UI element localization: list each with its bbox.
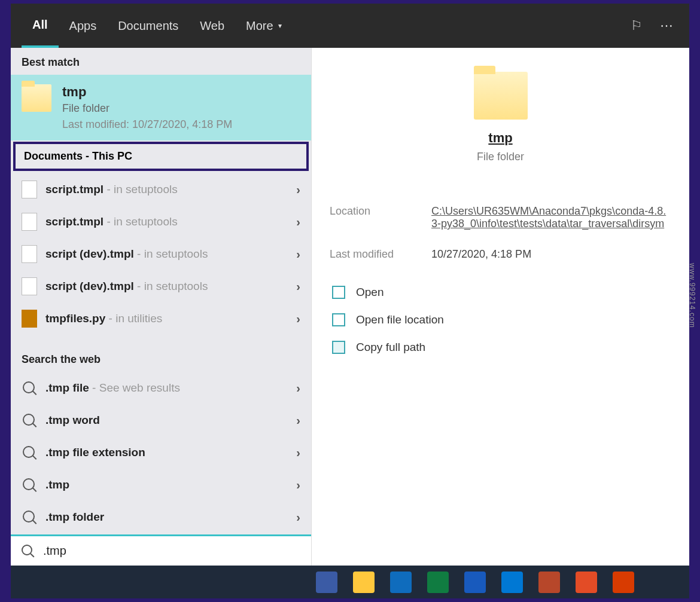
result-text: script.tmpl - in setuptools [45,215,288,228]
taskbar-app-icon[interactable] [390,572,412,593]
chevron-right-icon: › [296,247,300,261]
result-text: script (dev).tmpl - in setuptools [45,280,288,293]
taskbar-app-icon[interactable] [501,572,523,593]
result-text: script.tmpl - in setuptools [45,183,288,196]
search-web-header: Search the web [11,345,311,372]
best-match-modified: Last modified: 10/27/2020, 4:18 PM [62,118,232,131]
tab-apps[interactable]: Apps [59,4,108,48]
chevron-down-icon: ▾ [278,22,282,30]
web-result[interactable]: .tmp› [11,469,311,501]
search-window: All Apps Documents Web More▾ ⚐ ⋯ Best ma… [7,0,693,602]
best-match-result[interactable]: tmp File folder Last modified: 10/27/202… [11,75,311,140]
search-icon [22,379,37,397]
folder-icon [22,84,51,112]
taskbar-app-icon[interactable] [538,572,560,593]
chevron-right-icon: › [296,215,300,229]
chevron-right-icon: › [296,381,300,395]
document-result[interactable]: script (dev).tmpl - in setuptools› [11,270,311,302]
file-icon [22,277,37,295]
chevron-right-icon: › [296,446,300,460]
results-panel: Best match tmp File folder Last modified… [11,48,311,566]
location-value[interactable]: C:\Users\UR635WM\Anaconda7\pkgs\conda-4.… [431,205,671,230]
search-icon [22,545,35,558]
search-icon [22,444,37,462]
search-icon [22,411,37,429]
tab-all[interactable]: All [22,4,59,48]
document-result[interactable]: tmpfiles.py - in utilities› [11,302,311,335]
web-result[interactable]: .tmp folder› [11,501,311,533]
search-bar[interactable] [11,534,311,566]
file-icon [22,181,37,198]
modified-value: 10/27/2020, 4:18 PM [431,248,671,261]
chevron-right-icon: › [296,280,300,294]
web-result[interactable]: .tmp file extension› [11,436,311,469]
preview-title[interactable]: tmp [330,130,671,146]
taskbar-app-icon[interactable] [613,572,634,593]
open-location-label: Open file location [356,313,444,326]
tab-documents[interactable]: Documents [107,4,189,48]
taskbar-app-icon[interactable] [316,572,337,593]
documents-section-header: Documents - This PC [13,142,309,171]
tab-more[interactable]: More▾ [235,4,293,48]
tab-web[interactable]: Web [189,4,235,48]
location-label: Location [330,205,413,230]
web-result[interactable]: .tmp file - See web results› [11,372,311,404]
more-options-icon[interactable]: ⋯ [655,14,678,38]
document-result[interactable]: script (dev).tmpl - in setuptools› [11,238,311,270]
chevron-right-icon: › [296,414,300,427]
search-icon [22,508,37,526]
modified-label: Last modified [330,248,413,261]
search-icon [22,476,37,494]
chevron-right-icon: › [296,183,300,197]
preview-panel: tmp File folder Location C:\Users\UR635W… [311,48,689,566]
folder-open-icon [332,313,345,326]
copy-path-label: Copy full path [356,341,425,354]
document-result[interactable]: script.tmpl - in setuptools› [11,173,311,206]
taskbar-app-icon[interactable] [353,572,375,593]
taskbar [11,566,689,598]
watermark-text: www.999214.com [688,263,696,328]
open-icon [332,286,345,299]
chevron-right-icon: › [296,511,300,524]
result-text: .tmp [45,478,288,491]
documents-list: script.tmpl - in setuptools›script.tmpl … [11,173,311,345]
document-result[interactable]: script.tmpl - in setuptools› [11,206,311,238]
folder-icon [474,72,528,120]
taskbar-app-icon[interactable] [576,572,597,593]
result-text: .tmp file extension [45,446,288,459]
open-label: Open [356,286,384,299]
copy-icon [332,341,345,354]
file-icon [22,213,37,231]
chevron-right-icon: › [296,312,300,326]
result-text: .tmp file - See web results [45,381,288,395]
feedback-icon[interactable]: ⚐ [625,14,649,38]
best-match-title: tmp [62,84,232,100]
search-input[interactable] [43,544,300,558]
taskbar-app-icon[interactable] [427,572,449,593]
open-action[interactable]: Open [330,279,671,306]
result-text: .tmp folder [45,511,288,524]
best-match-type: File folder [62,102,232,115]
filter-tabs: All Apps Documents Web More▾ ⚐ ⋯ [11,4,689,48]
preview-type: File folder [330,151,671,163]
result-text: .tmp word [45,414,288,427]
open-location-action[interactable]: Open file location [330,306,671,334]
taskbar-app-icon[interactable] [464,572,486,593]
result-text: tmpfiles.py - in utilities [45,312,288,325]
best-match-header: Best match [11,48,311,75]
web-result[interactable]: .tmp word› [11,404,311,436]
copy-path-action[interactable]: Copy full path [330,334,671,361]
result-text: script (dev).tmpl - in setuptools [45,247,288,261]
file-icon [22,245,37,263]
file-icon [22,310,37,328]
chevron-right-icon: › [296,478,300,492]
